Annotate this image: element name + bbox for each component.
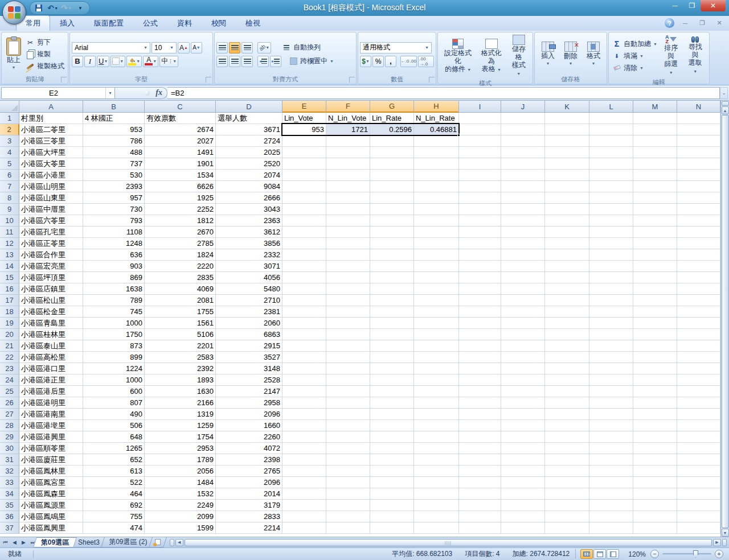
cell-A5[interactable]: 小港區大苓里 bbox=[19, 158, 83, 170]
cell-F30[interactable] bbox=[326, 443, 370, 454]
cell-L9[interactable] bbox=[589, 204, 633, 215]
cell-C4[interactable]: 1491 bbox=[145, 147, 216, 158]
cell-D2[interactable]: 3671 bbox=[216, 124, 282, 135]
cell-F6[interactable] bbox=[326, 170, 370, 181]
column-header-N[interactable]: N bbox=[677, 101, 720, 113]
column-header-E[interactable]: E bbox=[282, 101, 326, 113]
cell-J34[interactable] bbox=[501, 488, 545, 500]
cell-D34[interactable]: 2014 bbox=[216, 488, 282, 500]
row-header-17[interactable]: 17 bbox=[0, 295, 19, 306]
row-header-37[interactable]: 37 bbox=[0, 522, 19, 534]
name-box[interactable]: E2 ▼ bbox=[1, 87, 115, 99]
cell-C33[interactable]: 1484 bbox=[145, 477, 216, 488]
cell-F32[interactable] bbox=[326, 466, 370, 477]
cell-J33[interactable] bbox=[501, 477, 545, 488]
cell-I29[interactable] bbox=[459, 431, 501, 443]
cell-K19[interactable] bbox=[545, 318, 589, 329]
cell-D15[interactable]: 4056 bbox=[216, 272, 282, 283]
cell-L7[interactable] bbox=[589, 181, 633, 192]
insert-cells-button[interactable]: 插入▼ bbox=[538, 34, 558, 75]
cell-A13[interactable]: 小港區合作里 bbox=[19, 249, 83, 261]
cell-B18[interactable]: 745 bbox=[83, 306, 145, 318]
cell-C24[interactable]: 1893 bbox=[145, 374, 216, 386]
cell-A15[interactable]: 小港區坪頂里 bbox=[19, 272, 83, 283]
cell-B30[interactable]: 1265 bbox=[83, 443, 145, 454]
page-layout-view-button[interactable] bbox=[593, 549, 606, 559]
cell-M13[interactable] bbox=[633, 249, 677, 261]
cell-B33[interactable]: 522 bbox=[83, 477, 145, 488]
cell-H3[interactable] bbox=[414, 135, 459, 147]
cell-H13[interactable] bbox=[414, 249, 459, 261]
autosum-button[interactable]: Σ自動加總▼ bbox=[611, 39, 659, 50]
cell-L34[interactable] bbox=[589, 488, 633, 500]
select-all-corner[interactable] bbox=[0, 101, 19, 113]
cell-D5[interactable]: 2520 bbox=[216, 158, 282, 170]
cell-I2[interactable] bbox=[459, 124, 501, 135]
increase-decimal-button[interactable]: ←.0 .00 bbox=[400, 56, 417, 67]
cell-M26[interactable] bbox=[633, 397, 677, 409]
cell-G29[interactable] bbox=[370, 431, 414, 443]
cell-F24[interactable] bbox=[326, 374, 370, 386]
cell-E7[interactable] bbox=[282, 181, 326, 192]
cell-K7[interactable] bbox=[545, 181, 589, 192]
cell-J28[interactable] bbox=[501, 420, 545, 431]
cell-H22[interactable] bbox=[414, 352, 459, 363]
cell-D8[interactable]: 2666 bbox=[216, 192, 282, 204]
cell-F36[interactable] bbox=[326, 511, 370, 522]
cell-M11[interactable] bbox=[633, 227, 677, 238]
cell-B7[interactable]: 2393 bbox=[83, 181, 145, 192]
cell-C19[interactable]: 1561 bbox=[145, 318, 216, 329]
cell-C5[interactable]: 1901 bbox=[145, 158, 216, 170]
cell-I18[interactable] bbox=[459, 306, 501, 318]
cell-D27[interactable]: 2096 bbox=[216, 409, 282, 420]
cell-K11[interactable] bbox=[545, 227, 589, 238]
cell-N24[interactable] bbox=[677, 374, 720, 386]
cell-G18[interactable] bbox=[370, 306, 414, 318]
cell-C2[interactable]: 2674 bbox=[145, 124, 216, 135]
cell-M31[interactable] bbox=[633, 454, 677, 466]
row-header-28[interactable]: 28 bbox=[0, 420, 19, 431]
cell-N25[interactable] bbox=[677, 386, 720, 397]
cell-K32[interactable] bbox=[545, 466, 589, 477]
cell-M32[interactable] bbox=[633, 466, 677, 477]
cell-I32[interactable] bbox=[459, 466, 501, 477]
row-header-19[interactable]: 19 bbox=[0, 318, 19, 329]
cell-I14[interactable] bbox=[459, 261, 501, 272]
cell-B9[interactable]: 730 bbox=[83, 204, 145, 215]
row-header-23[interactable]: 23 bbox=[0, 363, 19, 374]
row-header-13[interactable]: 13 bbox=[0, 249, 19, 261]
cell-G10[interactable] bbox=[370, 215, 414, 227]
cell-B28[interactable]: 506 bbox=[83, 420, 145, 431]
cell-D28[interactable]: 1660 bbox=[216, 420, 282, 431]
font-color-button[interactable]: A▼ bbox=[143, 56, 158, 67]
cell-H20[interactable] bbox=[414, 329, 459, 340]
format-painter-button[interactable]: 複製格式 bbox=[24, 61, 66, 72]
cell-J35[interactable] bbox=[501, 500, 545, 511]
cell-N33[interactable] bbox=[677, 477, 720, 488]
cell-K10[interactable] bbox=[545, 215, 589, 227]
cell-E36[interactable] bbox=[282, 511, 326, 522]
cell-E11[interactable] bbox=[282, 227, 326, 238]
cell-G17[interactable] bbox=[370, 295, 414, 306]
row-header-14[interactable]: 14 bbox=[0, 261, 19, 272]
cell-E31[interactable] bbox=[282, 454, 326, 466]
clear-button[interactable]: 清除▼ bbox=[611, 63, 659, 73]
cell-C9[interactable]: 2252 bbox=[145, 204, 216, 215]
italic-button[interactable]: I bbox=[84, 56, 96, 67]
scroll-up-icon[interactable]: ▲ bbox=[722, 106, 729, 114]
underline-button[interactable]: U▼ bbox=[97, 56, 109, 67]
cell-L29[interactable] bbox=[589, 431, 633, 443]
cell-A6[interactable]: 小港區小港里 bbox=[19, 170, 83, 181]
cell-A33[interactable]: 小港區鳳宮里 bbox=[19, 477, 83, 488]
cell-G24[interactable] bbox=[370, 374, 414, 386]
cell-N10[interactable] bbox=[677, 215, 720, 227]
cell-B15[interactable]: 869 bbox=[83, 272, 145, 283]
cell-B23[interactable]: 1224 bbox=[83, 363, 145, 374]
cell-K30[interactable] bbox=[545, 443, 589, 454]
cell-G34[interactable] bbox=[370, 488, 414, 500]
cell-E4[interactable] bbox=[282, 147, 326, 158]
cell-C23[interactable]: 2392 bbox=[145, 363, 216, 374]
font-size-select[interactable]: 10▼ bbox=[151, 42, 177, 53]
cell-D37[interactable]: 2214 bbox=[216, 522, 282, 534]
cell-B11[interactable]: 1108 bbox=[83, 227, 145, 238]
